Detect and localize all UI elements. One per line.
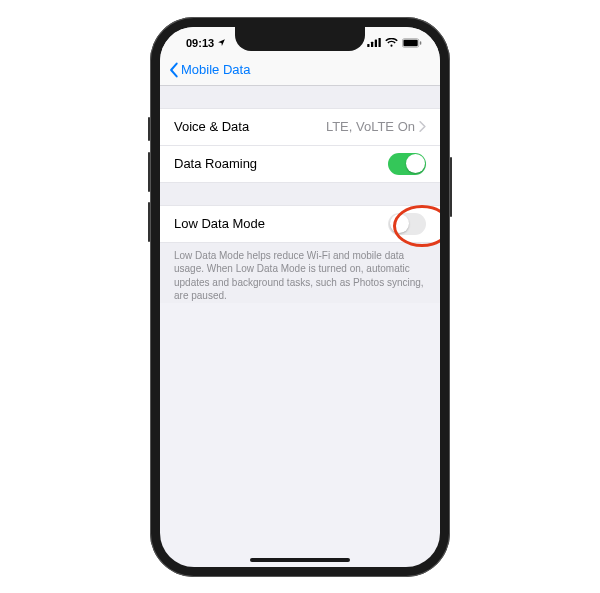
svg-rect-0 (367, 44, 369, 47)
settings-content: Voice & Data LTE, VoLTE On Data Roaming … (160, 86, 440, 303)
mute-switch (148, 117, 150, 141)
volume-down (148, 202, 150, 242)
row-value: LTE, VoLTE On (326, 119, 415, 134)
back-button[interactable]: Mobile Data (168, 62, 250, 78)
wifi-icon (385, 38, 398, 47)
chevron-right-icon (419, 121, 426, 132)
location-icon (217, 38, 226, 47)
footer-note: Low Data Mode helps reduce Wi-Fi and mob… (160, 243, 440, 303)
side-button (450, 157, 452, 217)
notch (235, 27, 365, 51)
svg-rect-2 (375, 40, 377, 48)
home-indicator (250, 558, 350, 562)
row-label: Voice & Data (174, 119, 249, 134)
status-time: 09:13 (186, 37, 214, 49)
toggle-data-roaming[interactable] (388, 153, 426, 175)
toggle-low-data-mode[interactable] (388, 213, 426, 235)
row-data-roaming[interactable]: Data Roaming (160, 146, 440, 183)
signal-icon (367, 38, 381, 47)
phone-frame: 09:13 Mobile Data (150, 17, 450, 577)
row-label: Low Data Mode (174, 216, 265, 231)
back-label: Mobile Data (181, 62, 250, 77)
svg-rect-1 (371, 42, 373, 47)
row-voice-data[interactable]: Voice & Data LTE, VoLTE On (160, 108, 440, 146)
volume-up (148, 152, 150, 192)
row-low-data-mode[interactable]: Low Data Mode (160, 205, 440, 243)
nav-bar: Mobile Data (160, 55, 440, 86)
svg-rect-6 (420, 41, 421, 45)
svg-rect-5 (403, 39, 417, 45)
battery-icon (402, 38, 422, 48)
screen: 09:13 Mobile Data (160, 27, 440, 567)
chevron-left-icon (168, 62, 179, 78)
row-label: Data Roaming (174, 156, 257, 171)
svg-rect-3 (379, 38, 381, 47)
